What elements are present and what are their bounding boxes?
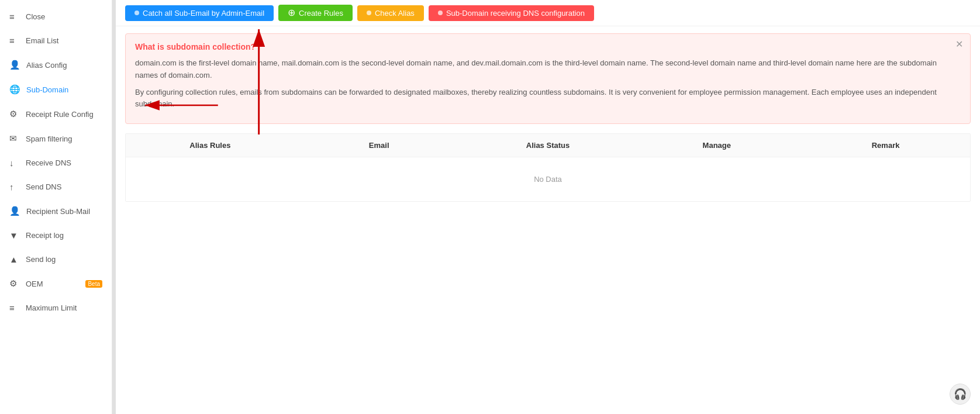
create-rules-label: Create Rules: [299, 9, 343, 18]
sidebar-item-label: Send DNS: [26, 182, 102, 191]
sidebar-item-send-dns[interactable]: ↑ Send DNS: [0, 175, 112, 199]
sidebar-item-label: Email List: [26, 36, 102, 45]
sidebar-item-spam-filtering[interactable]: ✉ Spam filtering: [0, 126, 112, 151]
sidebar-item-label: Receipt Rule Config: [26, 110, 102, 119]
catch-all-button[interactable]: Catch all Sub-Email by Admin-Email: [125, 5, 274, 21]
sidebar-item-label: Send log: [26, 255, 102, 264]
oem-icon: ⚙: [9, 278, 20, 289]
col-remark: Remark: [801, 134, 970, 157]
sidebar-item-maximum-limit[interactable]: ≡ Maximum Limit: [0, 296, 112, 320]
support-button[interactable]: 🎧: [950, 384, 971, 405]
main-content: Catch all Sub-Email by Admin-Email ⊕ Cre…: [116, 0, 980, 414]
data-table: Alias Rules Email Alias Status Manage Re…: [125, 133, 971, 202]
sidebar-item-label: Maximum Limit: [26, 303, 102, 312]
menu-icon: ≡: [9, 12, 20, 22]
sidebar-item-send-log[interactable]: ▲ Send log: [0, 247, 112, 271]
subdomain-icon: 🌐: [9, 84, 20, 95]
toolbar: Catch all Sub-Email by Admin-Email ⊕ Cre…: [116, 0, 980, 26]
sub-domain-dns-icon: [438, 11, 443, 15]
sidebar-item-recipient-sub-mail[interactable]: 👤 Recipient Sub-Mail: [0, 199, 112, 223]
sidebar-item-receive-dns[interactable]: ↓ Receive DNS: [0, 151, 112, 175]
sidebar-item-label: Recipient Sub-Mail: [26, 207, 102, 216]
check-alias-button[interactable]: Check Alias: [357, 5, 424, 21]
recipient-icon: 👤: [9, 206, 20, 216]
col-alias-rules: Alias Rules: [126, 134, 295, 157]
sidebar-item-label: Receive DNS: [26, 158, 102, 167]
receipt-rule-icon: ⚙: [9, 109, 20, 119]
sidebar-item-receipt-log[interactable]: ▼ Receipt log: [0, 223, 112, 247]
col-manage: Manage: [632, 134, 801, 157]
send-log-icon: ▲: [9, 254, 20, 264]
sidebar-item-sub-domain[interactable]: 🌐 Sub-Domain: [0, 77, 112, 102]
info-banner-paragraph1: domain.com is the first-level domain nam…: [135, 57, 961, 82]
check-alias-label: Check Alias: [375, 9, 415, 18]
maximum-limit-icon: ≡: [9, 303, 20, 313]
alias-icon: 👤: [9, 60, 20, 70]
receipt-log-icon: ▼: [9, 230, 20, 240]
sidebar-item-oem[interactable]: ⚙ OEM Beta: [0, 271, 112, 296]
create-rules-button[interactable]: ⊕ Create Rules: [278, 5, 353, 21]
sidebar-item-label: Close: [26, 12, 102, 21]
table-header: Alias Rules Email Alias Status Manage Re…: [126, 134, 970, 157]
sidebar-item-close[interactable]: ≡ Close: [0, 5, 112, 29]
empty-text: No Data: [534, 175, 562, 184]
spam-icon: ✉: [9, 133, 20, 144]
email-list-icon: ≡: [9, 36, 20, 46]
info-banner: What is subdomain collection? domain.com…: [125, 33, 971, 124]
close-banner-button[interactable]: ✕: [955, 39, 963, 50]
sidebar-item-label: Alias Config: [26, 61, 102, 70]
sidebar-item-label: OEM: [26, 280, 78, 288]
create-rules-icon: ⊕: [288, 8, 295, 18]
receive-dns-icon: ↓: [9, 158, 20, 168]
support-icon: 🎧: [954, 388, 967, 401]
catch-all-icon: [134, 11, 139, 15]
col-email: Email: [295, 134, 464, 157]
sub-domain-dns-button[interactable]: Sub-Domain receiving DNS configuration: [429, 5, 594, 21]
sidebar-item-label: Receipt log: [26, 231, 102, 240]
info-banner-title: What is subdomain collection?: [135, 42, 961, 51]
sub-domain-dns-label: Sub-Domain receiving DNS configuration: [446, 9, 585, 18]
sidebar-item-email-list[interactable]: ≡ Email List: [0, 29, 112, 53]
beta-badge: Beta: [85, 280, 102, 288]
table-body-empty: No Data: [126, 157, 970, 201]
sidebar: ≡ Close ≡ Email List 👤 Alias Config 🌐 Su…: [0, 0, 112, 414]
send-dns-icon: ↑: [9, 182, 20, 192]
sidebar-item-label: Sub-Domain: [26, 85, 102, 94]
sidebar-item-label: Spam filtering: [26, 134, 102, 143]
sidebar-item-receipt-rule-config[interactable]: ⚙ Receipt Rule Config: [0, 102, 112, 126]
catch-all-label: Catch all Sub-Email by Admin-Email: [143, 9, 264, 18]
check-alias-icon: [367, 11, 371, 15]
col-alias-status: Alias Status: [464, 134, 633, 157]
sidebar-item-alias-config[interactable]: 👤 Alias Config: [0, 53, 112, 77]
info-banner-paragraph2: By configuring collection rules, emails …: [135, 87, 961, 111]
